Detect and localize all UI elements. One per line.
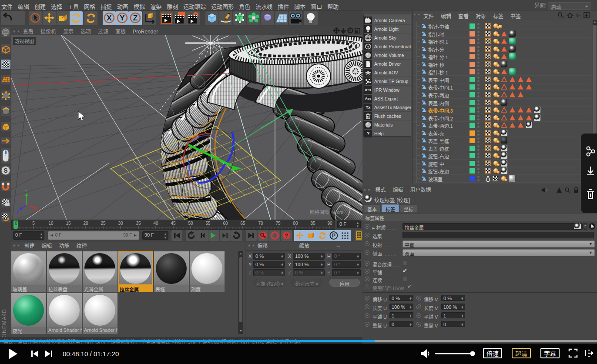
svg-text:75: 75 <box>275 221 281 226</box>
svg-text:65: 65 <box>240 221 245 226</box>
svg-text:15: 15 <box>66 221 71 226</box>
svg-text:90: 90 <box>327 221 332 226</box>
svg-text:5: 5 <box>32 221 35 226</box>
svg-text:40: 40 <box>153 221 158 226</box>
svg-text:Z: Z <box>133 14 138 22</box>
svg-text:Y: Y <box>120 14 125 22</box>
svg-text:网格间隔 : 1 cm: 网格间隔 : 1 cm <box>310 209 343 215</box>
svg-text:10: 10 <box>48 221 54 226</box>
svg-text:P: P <box>332 233 335 239</box>
svg-text:45: 45 <box>171 221 176 226</box>
svg-text:50: 50 <box>188 221 193 226</box>
svg-text:S: S <box>3 167 7 174</box>
svg-text:85: 85 <box>310 221 315 226</box>
svg-text:Y: Y <box>25 189 27 193</box>
svg-text:80: 80 <box>293 221 298 226</box>
svg-text:0: 0 <box>15 221 17 226</box>
svg-text:X: X <box>107 14 112 22</box>
svg-text:55: 55 <box>205 221 211 226</box>
svg-text:20: 20 <box>83 221 88 226</box>
svg-text:25: 25 <box>101 221 106 226</box>
svg-text:60: 60 <box>223 221 228 226</box>
svg-text:70: 70 <box>258 221 263 226</box>
svg-text:30: 30 <box>118 221 123 226</box>
svg-text:35: 35 <box>136 221 141 226</box>
svg-text:Z: Z <box>17 210 19 215</box>
svg-text:X: X <box>37 209 40 213</box>
svg-text:?: ? <box>285 233 288 239</box>
